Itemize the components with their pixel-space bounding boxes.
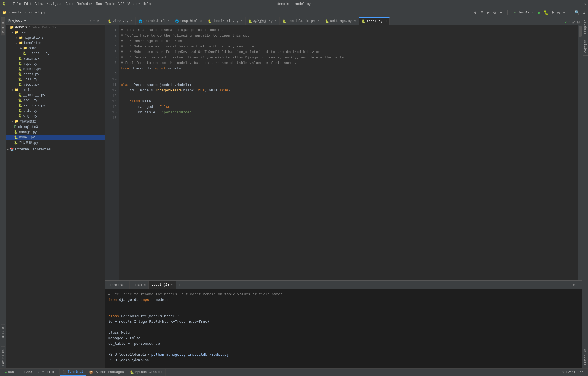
tab-close-icon[interactable]: ×	[354, 19, 356, 23]
python-console-tab[interactable]: 🐍 Python Console	[127, 368, 166, 376]
menu-code[interactable]: Code	[66, 2, 74, 6]
tree-manage-py[interactable]: 🐍 manage.py	[6, 130, 105, 135]
event-log-label[interactable]: ℹ Event Log	[560, 370, 586, 374]
menu-vcs[interactable]: VCS	[118, 2, 124, 6]
tab-search-html[interactable]: 🌐 search.html ×	[136, 17, 172, 25]
tree-external-libs[interactable]: ▶ 📚 External Libraries	[6, 147, 105, 152]
tree-asgi-py[interactable]: 🐍 asgi.py	[6, 98, 105, 103]
run-button[interactable]: ▶	[537, 9, 542, 16]
tab-close-icon[interactable]: ×	[385, 19, 387, 23]
more-run-button[interactable]: ▾	[562, 9, 566, 16]
tree-settings-py[interactable]: 🐍 settings.py	[6, 103, 105, 108]
add-terminal-button[interactable]: +	[176, 283, 183, 288]
tab-close-icon[interactable]: ×	[200, 19, 202, 23]
term-line-8: class Meta:	[108, 330, 579, 335]
terminal-settings-icon[interactable]: ⚙	[573, 283, 575, 287]
tree-init-py[interactable]: 🐍 __init__.py	[6, 51, 105, 56]
minimize-button[interactable]: –	[572, 2, 575, 6]
tree-models-py[interactable]: 🐍 models.py	[6, 66, 105, 72]
terminal-action-tab[interactable]: ⬛ Terminal	[60, 368, 87, 376]
toolbar-icon-5[interactable]: –	[499, 10, 504, 16]
run-tab[interactable]: ▶ Run	[2, 368, 17, 376]
toolbar-icon-1[interactable]: ⊕	[473, 9, 478, 16]
tree-demo1s-init[interactable]: 🐍 __init__.py	[6, 92, 105, 98]
local2-tab-close[interactable]: ×	[171, 283, 173, 287]
tree-tests-py[interactable]: 🐍 tests.py	[6, 72, 105, 77]
terminal-close-icon[interactable]: –	[578, 283, 580, 287]
editor-expand-icon[interactable]: ⤢	[572, 19, 575, 25]
tree-data-folder[interactable]: ▶ 📁 雨课堂数据	[6, 119, 105, 124]
menu-tools[interactable]: Tools	[105, 2, 115, 6]
tab-close-icon[interactable]: ×	[131, 19, 133, 23]
tree-apps-py[interactable]: 🐍 apps.py	[6, 61, 105, 66]
profile-button[interactable]: ◎	[557, 9, 561, 16]
panel-close-icon[interactable]: –	[101, 19, 102, 23]
tree-wsgi-py[interactable]: 🐍 wsgi.py	[6, 113, 105, 119]
tab-model-py[interactable]: 🐍 model.py ×	[359, 17, 390, 25]
tab-close-icon[interactable]: ×	[275, 19, 277, 23]
todo-tab[interactable]: ☰ TODO	[17, 368, 35, 376]
menu-window[interactable]: Window	[128, 2, 140, 6]
tab-settings-py[interactable]: 🐍 settings.py ×	[322, 17, 359, 25]
tab-close-icon[interactable]: ×	[241, 19, 243, 23]
tab-views-py[interactable]: 🐍 views.py ×	[105, 17, 136, 25]
tree-label-tests: tests.py	[23, 72, 39, 76]
toolbar-icon-2[interactable]: ≡	[479, 10, 484, 16]
tab-close-icon[interactable]: ×	[167, 19, 169, 23]
menu-help[interactable]: Help	[143, 2, 151, 6]
tab-demo1s-urls-py[interactable]: 🐍 demo1s\urls.py ×	[280, 17, 322, 25]
window-title: demo1s - model.py	[277, 2, 311, 6]
tree-admin-py[interactable]: 🐍 admin.py	[6, 56, 105, 61]
menu-view[interactable]: View	[35, 2, 43, 6]
coverage-button[interactable]: ⚑	[551, 9, 555, 16]
tree-model-py[interactable]: 🐍 model.py	[6, 135, 105, 140]
debug-button[interactable]: 🐛	[543, 9, 550, 16]
maximize-button[interactable]: □	[578, 2, 580, 6]
tree-root[interactable]: ▾ 📁 demo1s D:\demo1\demo1s	[6, 25, 105, 30]
bottom-tab-local2[interactable]: Local (2) ×	[149, 281, 176, 289]
sciview-tab[interactable]: SciView	[583, 37, 588, 56]
run-configuration-dropdown[interactable]: ⚙ demo1s ▾	[512, 10, 536, 15]
code-editor-content[interactable]: # This is an auto-generated Django model…	[119, 25, 578, 280]
tab-close-icon[interactable]: ×	[317, 19, 319, 23]
menu-file[interactable]: File	[13, 2, 21, 6]
search-everywhere-button[interactable]: 🔍	[574, 9, 580, 16]
editor-scrollbar[interactable]	[578, 25, 582, 280]
tree-db-sqlite3[interactable]: 🗄 db.sqlite3	[6, 124, 105, 130]
tree-views-py[interactable]: 🐍 views.py	[6, 82, 105, 87]
structure-tab-right[interactable]: Structure	[583, 346, 588, 368]
bottom-tab-local[interactable]: Local ×	[130, 281, 149, 289]
panel-settings-icon[interactable]: ⚙	[97, 19, 99, 23]
tree-demo-folder[interactable]: ▾ 📁 demo	[6, 30, 105, 35]
close-button[interactable]: ×	[584, 2, 586, 6]
tree-demo1s-urls-py[interactable]: 🐍 urls.py	[6, 108, 105, 113]
tree-templates-demo-folder[interactable]: ▶ 📁 demo	[6, 46, 105, 51]
panel-collapse-icon[interactable]: ≡	[93, 19, 95, 23]
tab-demo1-urls-py[interactable]: 🐍 demo1\urls.py ×	[205, 17, 246, 25]
menu-run[interactable]: Run	[96, 2, 102, 6]
tab-store-data-py[interactable]: 🐍 存入数据.py ×	[246, 17, 280, 25]
python-packages-tab[interactable]: 📦 Python Packages	[86, 368, 127, 376]
problems-tab[interactable]: ⚠ Problems	[35, 368, 60, 376]
menu-refactor[interactable]: Refactor	[77, 2, 93, 6]
tab-resp-html[interactable]: 🌐 resp.html ×	[172, 17, 205, 25]
tree-templates-folder[interactable]: ▾ 📁 templates	[6, 40, 105, 46]
toolbar-icon-3[interactable]: ⇌	[486, 9, 491, 16]
settings-button[interactable]: ⚙	[582, 9, 586, 16]
tree-data-py[interactable]: 🐍 存入数据.py	[6, 140, 105, 146]
tree-urls-py[interactable]: 🐍 urls.py	[6, 77, 105, 82]
local-tab-close[interactable]: ×	[144, 284, 146, 287]
database-tab[interactable]: Database	[583, 17, 588, 37]
project-tab[interactable]: Project	[1, 17, 5, 35]
menu-edit[interactable]: Edit	[24, 2, 32, 6]
tree-demo1s-folder[interactable]: ▾ 📁 demo1s	[6, 87, 105, 92]
menu-navigate[interactable]: Navigate	[46, 2, 62, 6]
panel-sync-icon[interactable]: ⊕	[90, 19, 91, 23]
editor-split-icon[interactable]: ⊟	[577, 19, 580, 25]
tree-migrations-folder[interactable]: ▶ 📁 migrations	[6, 35, 105, 40]
toolbar-icon-4[interactable]: ⚙	[492, 9, 497, 16]
terminal-content[interactable]: # Feel free to rename the models, but do…	[105, 289, 582, 368]
python-icon: 🐍	[18, 62, 22, 66]
structure-tab-left[interactable]: Structure	[1, 324, 5, 346]
favorites-tab[interactable]: Favorites	[1, 346, 5, 368]
